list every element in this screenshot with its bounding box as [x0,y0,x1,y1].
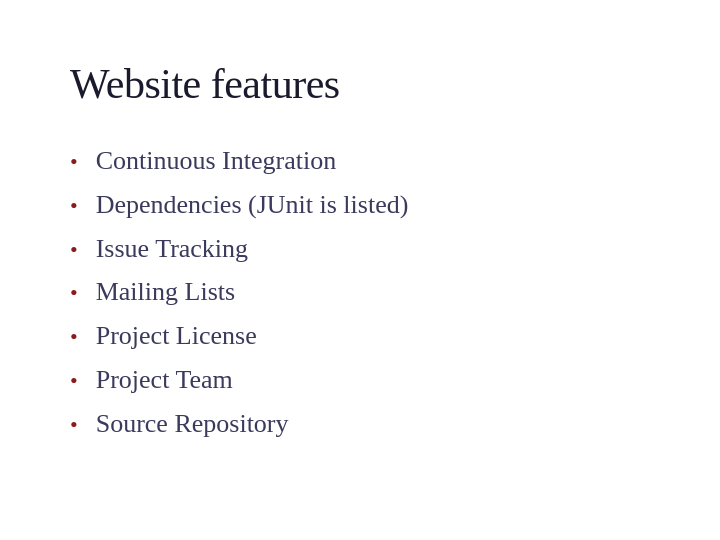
bullet-dot-icon: • [70,282,78,304]
list-item: •Source Repository [70,407,650,441]
slide: Website features •Continuous Integration… [0,0,720,540]
list-item: •Continuous Integration [70,144,650,178]
bullet-text-source-repository: Source Repository [96,407,289,441]
list-item: •Issue Tracking [70,232,650,266]
list-item: •Mailing Lists [70,275,650,309]
bullet-list: •Continuous Integration•Dependencies (JU… [70,144,650,441]
bullet-text-dependencies: Dependencies (JUnit is listed) [96,188,409,222]
slide-title: Website features [70,60,650,108]
bullet-text-continuous-integration: Continuous Integration [96,144,336,178]
bullet-dot-icon: • [70,239,78,261]
list-item: •Dependencies (JUnit is listed) [70,188,650,222]
bullet-dot-icon: • [70,370,78,392]
bullet-text-project-license: Project License [96,319,257,353]
list-item: •Project Team [70,363,650,397]
bullet-text-mailing-lists: Mailing Lists [96,275,235,309]
bullet-text-issue-tracking: Issue Tracking [96,232,248,266]
bullet-dot-icon: • [70,414,78,436]
list-item: •Project License [70,319,650,353]
bullet-text-project-team: Project Team [96,363,233,397]
bullet-dot-icon: • [70,151,78,173]
bullet-dot-icon: • [70,326,78,348]
bullet-dot-icon: • [70,195,78,217]
